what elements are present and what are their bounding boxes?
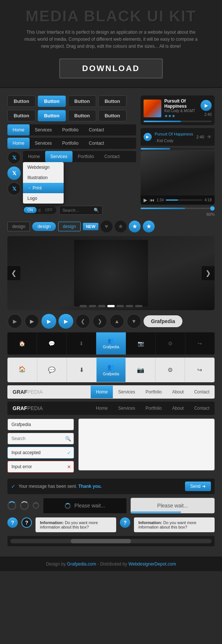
send-button[interactable]: Send ➜: [185, 482, 211, 491]
brand-nav-contact-light[interactable]: Contact: [189, 386, 215, 398]
button-1[interactable]: Button: [7, 95, 36, 107]
mini-progress-bar[interactable]: [141, 148, 215, 150]
icon-cell-home-light[interactable]: 🏠: [8, 358, 37, 382]
brand-nav-home-dark[interactable]: Home: [91, 402, 113, 415]
brand-nav-services-light[interactable]: Services: [113, 386, 140, 398]
search-box[interactable]: 🔍: [59, 206, 102, 215]
toggle-switch[interactable]: ON ||| OFF: [23, 206, 56, 214]
nav-services-1[interactable]: Services: [30, 124, 57, 135]
ctrl-up[interactable]: ▲: [110, 314, 124, 329]
volume-slider-track[interactable]: [141, 208, 215, 209]
nav-contact-1[interactable]: Contact: [84, 124, 109, 135]
tooltip-icon-2[interactable]: ?: [21, 517, 32, 528]
ctrl-prev[interactable]: ❮: [75, 314, 90, 329]
brand-nav-about-dark[interactable]: About: [167, 402, 189, 415]
button-2-active[interactable]: Button: [38, 95, 66, 107]
ctrl-play-2[interactable]: ▶: [24, 314, 39, 329]
carousel-dot-2[interactable]: [89, 305, 96, 307]
button-8[interactable]: Button: [98, 110, 127, 121]
twitter-btn-2[interactable]: 𝕏: [7, 167, 21, 180]
search-input[interactable]: [63, 208, 92, 212]
carousel-dot-6[interactable]: [126, 305, 133, 307]
icon-cell-users-dark-active[interactable]: 👥 Grafpedia: [96, 332, 126, 355]
icon-cell-download-dark[interactable]: ⬇: [67, 332, 96, 355]
icon-cell-settings-light[interactable]: ⚙: [155, 358, 185, 382]
nav-home-1[interactable]: Home: [7, 124, 30, 135]
icon-cell-chat-light[interactable]: 💬: [37, 358, 67, 382]
nav-contact-2[interactable]: Contact: [84, 138, 109, 149]
tooltip-icon-3[interactable]: ?: [120, 517, 130, 528]
ctrl-play-3[interactable]: ▶: [41, 314, 56, 329]
carousel-dot-3[interactable]: [98, 305, 105, 307]
icon-cell-download-light[interactable]: ⬇: [67, 358, 97, 382]
button-7[interactable]: Button: [68, 110, 96, 121]
message-textarea[interactable]: [78, 419, 215, 470]
accepted-input[interactable]: [7, 447, 74, 459]
tooltip-icon-1[interactable]: ?: [7, 517, 18, 528]
video-progress-bar[interactable]: [166, 199, 202, 201]
loading-btn-light[interactable]: Please wait...: [131, 498, 215, 513]
mini-play-btn[interactable]: ▶: [144, 133, 152, 141]
grafpedia-pill-btn[interactable]: Grafpedia: [144, 315, 182, 327]
star-btn-4[interactable]: ★: [143, 221, 155, 232]
dropdown-print[interactable]: → Print: [23, 183, 64, 193]
button-6-active[interactable]: Button: [38, 110, 66, 121]
button-3[interactable]: Button: [68, 95, 96, 107]
tag-design-blue[interactable]: design: [32, 222, 56, 231]
loading-btn-dark[interactable]: Please wait...: [43, 498, 127, 514]
music-progress-bar[interactable]: [144, 121, 212, 122]
star-btn-2[interactable]: ★: [115, 221, 127, 232]
video-play-btn[interactable]: ▶: [144, 197, 147, 203]
brand-nav-contact-dark[interactable]: Contact: [189, 402, 215, 415]
brand-nav-home-light[interactable]: Home: [91, 386, 113, 398]
star-btn-3[interactable]: ★: [129, 221, 141, 232]
nav-portfolio-2[interactable]: Portfolio: [57, 138, 84, 149]
ctrl-next[interactable]: ❯: [92, 314, 107, 329]
error-input[interactable]: [7, 461, 74, 473]
brand-nav-services-dark[interactable]: Services: [113, 402, 140, 415]
twitter-btn-1[interactable]: 𝕏: [7, 151, 21, 164]
nav-services-2[interactable]: Services: [30, 138, 57, 149]
icon-cell-camera-dark[interactable]: 📷: [126, 332, 156, 355]
search-field[interactable]: [7, 433, 74, 445]
nav-portfolio-1[interactable]: Portfolio: [57, 124, 84, 135]
carousel-prev-arrow[interactable]: ❮: [7, 266, 20, 280]
button-5[interactable]: Button: [7, 110, 36, 121]
tag-design-default[interactable]: design: [7, 222, 30, 231]
icon-cell-chat-dark[interactable]: 💬: [37, 332, 67, 355]
brand-nav-portfolio-dark[interactable]: Portfolio: [140, 402, 167, 415]
twitter-btn-3[interactable]: 𝕏: [7, 182, 21, 195]
ctrl-play-4[interactable]: ▶: [58, 314, 73, 329]
carousel-dot-7[interactable]: [135, 305, 142, 307]
icon-cell-users-light-active[interactable]: 👥 Grafpedia: [97, 358, 126, 382]
scrollbar-track[interactable]: [10, 539, 212, 543]
ctrl-down[interactable]: ▼: [127, 314, 141, 329]
nav-home-3[interactable]: Home: [23, 151, 45, 162]
brand-nav-portfolio-light[interactable]: Portfolio: [140, 386, 167, 398]
nav-contact-3[interactable]: Contact: [99, 151, 125, 162]
carousel-dot-1[interactable]: [80, 305, 87, 307]
icon-cell-camera-light[interactable]: 📷: [126, 358, 155, 382]
nav-home-2[interactable]: Home: [7, 138, 30, 149]
grafpedia-input[interactable]: [7, 419, 74, 430]
dropdown-illustration[interactable]: Illustration: [23, 172, 64, 183]
star-btn-1[interactable]: ♥: [101, 221, 112, 232]
icon-cell-share-light[interactable]: ↪: [185, 358, 214, 382]
carousel-next-arrow[interactable]: ❯: [202, 266, 215, 280]
play-button[interactable]: ▶: [201, 100, 212, 111]
dropdown-logo[interactable]: Logo: [23, 193, 64, 204]
icon-cell-home-dark[interactable]: 🏠: [7, 332, 37, 355]
dropdown-webdesign[interactable]: Webdesign: [23, 162, 64, 172]
icon-cell-settings-dark[interactable]: ⚙: [156, 332, 185, 355]
nav-portfolio-3[interactable]: Portfolio: [73, 151, 99, 162]
carousel-dot-4-active[interactable]: [107, 305, 115, 307]
tag-design-outline[interactable]: design: [58, 222, 81, 231]
button-4[interactable]: Button: [98, 95, 127, 107]
download-button[interactable]: DOWNLOAD: [59, 58, 163, 78]
brand-nav-about-light[interactable]: About: [167, 386, 189, 398]
wdd-link[interactable]: WebdesignerDepot.com: [128, 561, 176, 567]
nav-services-3[interactable]: Services: [45, 151, 73, 162]
carousel-dot-5[interactable]: [117, 305, 124, 307]
icon-cell-share-dark[interactable]: ↪: [185, 332, 215, 355]
ctrl-play-1[interactable]: ▶: [7, 314, 22, 329]
